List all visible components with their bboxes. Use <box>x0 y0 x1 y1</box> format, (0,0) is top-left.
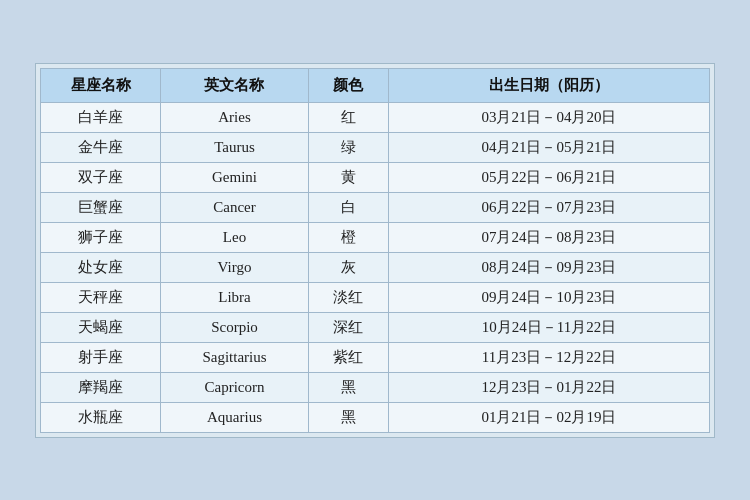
cell-en: Cancer <box>161 192 308 222</box>
table-row: 狮子座Leo橙07月24日－08月23日 <box>41 222 710 252</box>
cell-color: 黄 <box>308 162 388 192</box>
cell-en: Leo <box>161 222 308 252</box>
table-row: 水瓶座Aquarius黑01月21日－02月19日 <box>41 402 710 432</box>
cell-en: Taurus <box>161 132 308 162</box>
cell-color: 淡红 <box>308 282 388 312</box>
header-date: 出生日期（阳历） <box>388 68 709 102</box>
cell-en: Scorpio <box>161 312 308 342</box>
cell-color: 深红 <box>308 312 388 342</box>
cell-en: Libra <box>161 282 308 312</box>
cell-color: 绿 <box>308 132 388 162</box>
table-row: 双子座Gemini黄05月22日－06月21日 <box>41 162 710 192</box>
table-header-row: 星座名称 英文名称 颜色 出生日期（阳历） <box>41 68 710 102</box>
cell-zh: 双子座 <box>41 162 161 192</box>
cell-en: Gemini <box>161 162 308 192</box>
zodiac-table-container: 星座名称 英文名称 颜色 出生日期（阳历） 白羊座Aries红03月21日－04… <box>35 63 715 438</box>
header-en: 英文名称 <box>161 68 308 102</box>
table-row: 金牛座Taurus绿04月21日－05月21日 <box>41 132 710 162</box>
cell-en: Sagittarius <box>161 342 308 372</box>
cell-color: 黑 <box>308 372 388 402</box>
zodiac-table: 星座名称 英文名称 颜色 出生日期（阳历） 白羊座Aries红03月21日－04… <box>40 68 710 433</box>
cell-zh: 金牛座 <box>41 132 161 162</box>
cell-zh: 摩羯座 <box>41 372 161 402</box>
cell-color: 灰 <box>308 252 388 282</box>
cell-zh: 狮子座 <box>41 222 161 252</box>
cell-zh: 巨蟹座 <box>41 192 161 222</box>
cell-zh: 天蝎座 <box>41 312 161 342</box>
cell-date: 07月24日－08月23日 <box>388 222 709 252</box>
table-row: 处女座Virgo灰08月24日－09月23日 <box>41 252 710 282</box>
cell-date: 11月23日－12月22日 <box>388 342 709 372</box>
cell-color: 黑 <box>308 402 388 432</box>
cell-zh: 天秤座 <box>41 282 161 312</box>
cell-date: 03月21日－04月20日 <box>388 102 709 132</box>
cell-zh: 白羊座 <box>41 102 161 132</box>
header-color: 颜色 <box>308 68 388 102</box>
cell-color: 白 <box>308 192 388 222</box>
table-row: 摩羯座Capricorn黑12月23日－01月22日 <box>41 372 710 402</box>
table-row: 巨蟹座Cancer白06月22日－07月23日 <box>41 192 710 222</box>
cell-color: 紫红 <box>308 342 388 372</box>
cell-zh: 处女座 <box>41 252 161 282</box>
cell-en: Aries <box>161 102 308 132</box>
cell-zh: 水瓶座 <box>41 402 161 432</box>
cell-color: 红 <box>308 102 388 132</box>
cell-date: 05月22日－06月21日 <box>388 162 709 192</box>
table-row: 天秤座Libra淡红09月24日－10月23日 <box>41 282 710 312</box>
cell-date: 09月24日－10月23日 <box>388 282 709 312</box>
cell-en: Aquarius <box>161 402 308 432</box>
cell-date: 12月23日－01月22日 <box>388 372 709 402</box>
table-row: 天蝎座Scorpio深红10月24日－11月22日 <box>41 312 710 342</box>
cell-date: 01月21日－02月19日 <box>388 402 709 432</box>
cell-en: Capricorn <box>161 372 308 402</box>
header-zh: 星座名称 <box>41 68 161 102</box>
cell-zh: 射手座 <box>41 342 161 372</box>
table-row: 白羊座Aries红03月21日－04月20日 <box>41 102 710 132</box>
cell-date: 08月24日－09月23日 <box>388 252 709 282</box>
cell-date: 10月24日－11月22日 <box>388 312 709 342</box>
table-row: 射手座Sagittarius紫红11月23日－12月22日 <box>41 342 710 372</box>
cell-color: 橙 <box>308 222 388 252</box>
cell-date: 06月22日－07月23日 <box>388 192 709 222</box>
cell-en: Virgo <box>161 252 308 282</box>
cell-date: 04月21日－05月21日 <box>388 132 709 162</box>
